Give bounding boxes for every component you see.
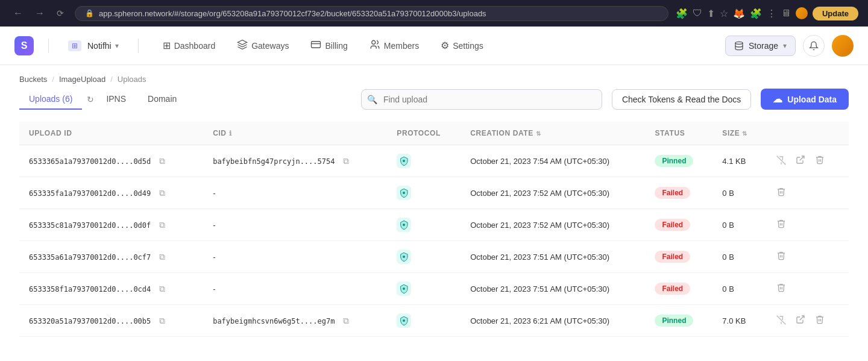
copy-upload-id-button[interactable]: ⧉ <box>157 219 168 231</box>
copy-cid-button[interactable]: ⧉ <box>341 155 351 168</box>
gateways-icon <box>237 39 248 52</box>
avatar[interactable] <box>832 35 854 57</box>
actions-cell <box>764 273 849 305</box>
nav-members[interactable]: Members <box>360 34 429 57</box>
org-selector[interactable]: ⊞ Notifhi ▾ <box>63 38 124 54</box>
cid-text: - <box>213 253 215 262</box>
copy-upload-id-button[interactable]: ⧉ <box>157 251 168 263</box>
protocol-cell <box>387 209 461 241</box>
tab-ipns[interactable]: IPNS <box>96 89 136 110</box>
size-text: 7.0 KB <box>722 316 746 325</box>
creation-date-text: October 21, 2023 7:52 AM (UTC+05:30) <box>470 189 609 198</box>
upload-id-text: 653335a61a79370012d0....0cf7 <box>29 253 151 262</box>
nav-gateways[interactable]: Gateways <box>227 34 298 57</box>
reload-button[interactable]: ⟳ <box>53 7 68 20</box>
col-creation-date[interactable]: CREATION DATE⇅ <box>461 122 645 145</box>
tabs: Uploads (6) ↻ IPNS Domain <box>19 89 186 110</box>
search-input[interactable] <box>361 89 602 110</box>
delete-button[interactable] <box>774 281 788 296</box>
size-text: 0 B <box>722 189 734 198</box>
size-text: 0 B <box>722 284 734 294</box>
upload-id-cell: 653320a51a79370012d0....00b5 ⧉ <box>19 305 203 337</box>
col-size[interactable]: SIZE⇅ <box>712 122 764 145</box>
forward-button[interactable]: → <box>31 7 48 20</box>
device-icon[interactable]: 🖥 <box>781 8 791 19</box>
svg-point-7 <box>403 224 405 226</box>
back-button[interactable]: ← <box>10 7 27 20</box>
copy-upload-id-button[interactable]: ⧉ <box>157 283 168 295</box>
copy-upload-id-button[interactable]: ⧉ <box>157 155 168 168</box>
creation-date-cell: October 21, 2023 7:51 AM (UTC+05:30) <box>461 273 645 305</box>
size-text: 0 B <box>722 253 734 262</box>
more-icon[interactable]: ⋮ <box>767 8 776 19</box>
action-buttons <box>774 313 839 328</box>
cid-info-icon[interactable]: ℹ <box>229 130 232 137</box>
breadcrumb-imageupload[interactable]: ImageUpload <box>59 75 105 84</box>
nav-dashboard[interactable]: ⊞ Dashboard <box>153 35 225 56</box>
delete-button[interactable] <box>774 218 788 232</box>
unpin-button[interactable] <box>774 314 788 328</box>
protocol-icon <box>397 186 411 200</box>
search-box: 🔍 <box>361 89 602 110</box>
delete-button[interactable] <box>774 186 788 200</box>
delete-button[interactable] <box>774 250 788 264</box>
nav-billing[interactable]: Billing <box>301 34 357 57</box>
upload-data-button[interactable]: ☁ Upload Data <box>761 89 849 110</box>
svg-point-2 <box>735 42 743 44</box>
org-chevron-icon: ▾ <box>115 42 119 50</box>
open-link-button[interactable] <box>793 154 808 168</box>
main-content: Uploads (6) ↻ IPNS Domain 🔍 Check Tokens… <box>0 89 868 337</box>
nav-settings[interactable]: ⚙ Settings <box>431 35 493 56</box>
creation-date-text: October 21, 2023 7:51 AM (UTC+05:30) <box>470 284 609 294</box>
storage-selector[interactable]: Storage ▾ <box>725 36 796 56</box>
bookmark-icon[interactable]: ☆ <box>720 8 728 19</box>
svg-rect-0 <box>312 41 321 48</box>
cid-text: bafybeigmhcsvn6w6g5t....eg7m <box>213 317 335 325</box>
extensions-icon[interactable]: 🧩 <box>676 8 688 19</box>
refresh-icon[interactable]: ↻ <box>87 95 94 104</box>
copy-cid-button[interactable]: ⧉ <box>341 315 351 327</box>
logo-area: S <box>14 36 34 55</box>
cid-text: - <box>213 221 215 230</box>
delete-button[interactable] <box>813 154 827 168</box>
actions-cell <box>764 305 849 337</box>
action-buttons <box>774 250 839 264</box>
upload-id-cell: 653335c81a79370012d0....0d0f ⧉ <box>19 209 203 241</box>
status-badge: Failed <box>655 187 690 199</box>
dashboard-icon: ⊞ <box>163 40 171 51</box>
size-text: 4.1 KB <box>722 157 746 166</box>
profile-icon[interactable]: 🦊 <box>733 8 745 19</box>
cid-cell: - <box>203 177 387 209</box>
svg-point-9 <box>403 287 405 290</box>
share-icon[interactable]: ⬆ <box>707 8 715 19</box>
spheron-logo[interactable]: S <box>14 36 34 55</box>
cloud-upload-icon: ☁ <box>773 93 782 105</box>
protocol-cell <box>387 241 461 273</box>
open-link-button[interactable] <box>793 313 808 328</box>
check-tokens-button[interactable]: Check Tokens & Read the Docs <box>612 89 751 110</box>
svg-point-10 <box>403 319 405 322</box>
protocol-icon <box>397 154 411 168</box>
address-bar[interactable]: 🔒 app.spheron.network/#/storage/org/6532… <box>75 6 668 21</box>
copy-upload-id-button[interactable]: ⧉ <box>157 187 168 199</box>
copy-upload-id-button[interactable]: ⧉ <box>157 315 168 327</box>
color-swatch <box>796 7 808 19</box>
tab-uploads[interactable]: Uploads (6) <box>19 89 82 110</box>
tab-domain[interactable]: Domain <box>138 89 186 110</box>
notification-button[interactable] <box>803 35 825 57</box>
unpin-button[interactable] <box>774 154 788 168</box>
upload-id-text: 6533358f1a79370012d0....0cd4 <box>29 285 151 294</box>
breadcrumb-sep-2: / <box>110 75 113 84</box>
creation-date-cell: October 21, 2023 7:52 AM (UTC+05:30) <box>461 177 645 209</box>
delete-button[interactable] <box>813 313 827 328</box>
browser-nav[interactable]: ← → ⟳ <box>10 7 68 20</box>
protocol-icon <box>397 250 411 264</box>
breadcrumb-buckets[interactable]: Buckets <box>19 75 47 84</box>
puzzle-icon[interactable]: 🧩 <box>750 8 762 19</box>
members-icon <box>370 39 380 52</box>
update-button[interactable]: Update <box>813 7 858 20</box>
storage-icon <box>734 41 744 51</box>
upload-data-label: Upload Data <box>787 95 837 104</box>
action-buttons <box>774 186 839 200</box>
svg-point-3 <box>403 160 405 162</box>
